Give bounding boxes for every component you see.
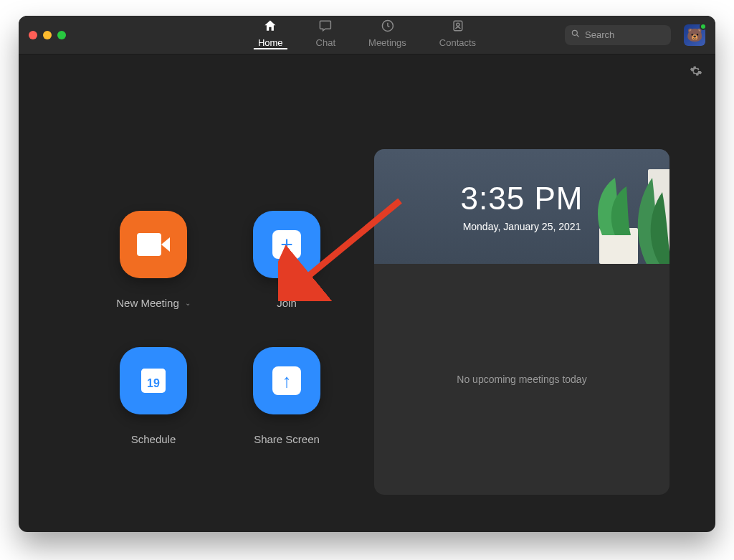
schedule-button[interactable]: 19 Schedule [96,347,211,483]
search-icon [571,29,585,42]
minimize-window-button[interactable] [43,31,52,39]
tab-contacts[interactable]: Contacts [435,16,480,49]
gear-icon [690,67,702,80]
new-meeting-label-row: New Meeting ⌄ [116,297,191,309]
no-meetings-text: No upcoming meetings today [457,374,586,385]
share-screen-button[interactable]: ↑ Share Screen [229,347,344,483]
search-field[interactable] [565,25,671,45]
tab-home[interactable]: Home [254,16,287,49]
search-input[interactable] [585,29,665,40]
new-meeting-button[interactable]: New Meeting ⌄ [96,211,211,347]
clock-icon [380,19,394,35]
camera-icon [137,233,170,256]
join-label: Join [277,297,297,309]
schedule-label: Schedule [131,433,176,445]
avatar[interactable]: 🐻 [684,24,705,46]
plus-icon: + [272,230,301,259]
calendar-day: 19 [141,374,166,393]
svg-point-2 [456,23,459,26]
app-window: Home Chat Meetings Contacts [19,16,715,532]
titlebar: Home Chat Meetings Contacts [19,16,715,54]
clock-time: 3:35 PM [461,181,583,217]
close-window-button[interactable] [29,31,37,39]
contacts-icon [450,19,464,35]
avatar-image: 🐻 [687,27,702,43]
clock-date: Monday, January 25, 2021 [463,221,581,232]
join-button[interactable]: + Join [229,211,344,347]
panel-hero: 3:35 PM Monday, January 25, 2021 [374,149,669,264]
tab-contacts-label: Contacts [439,37,476,48]
action-grid: New Meeting ⌄ + Join [96,211,344,483]
tab-meetings[interactable]: Meetings [364,16,411,49]
new-meeting-label: New Meeting [116,297,179,309]
tab-chat[interactable]: Chat [312,16,340,49]
plant-decoration [596,149,669,264]
chevron-down-icon[interactable]: ⌄ [185,299,191,307]
schedule-tile: 19 [120,347,187,414]
tab-home-label: Home [258,37,283,48]
window-controls [29,31,66,39]
share-screen-label: Share Screen [254,433,320,445]
upcoming-panel: 3:35 PM Monday, January 25, 2021 No upco… [374,149,669,495]
content-area: New Meeting ⌄ + Join [19,54,715,532]
calendar-icon: 19 [141,369,166,393]
top-nav: Home Chat Meetings Contacts [254,16,480,54]
new-meeting-tile [120,211,187,278]
home-icon [263,19,277,35]
tab-meetings-label: Meetings [368,37,406,48]
presence-indicator [700,23,707,30]
svg-point-3 [572,30,577,35]
tab-chat-label: Chat [316,37,335,48]
join-tile: + [253,211,320,278]
panel-body: No upcoming meetings today [374,264,669,495]
chat-icon [318,19,333,35]
arrow-up-icon: ↑ [272,366,301,395]
settings-button[interactable] [690,65,702,80]
share-screen-tile: ↑ [253,347,320,414]
fullscreen-window-button[interactable] [57,31,66,39]
